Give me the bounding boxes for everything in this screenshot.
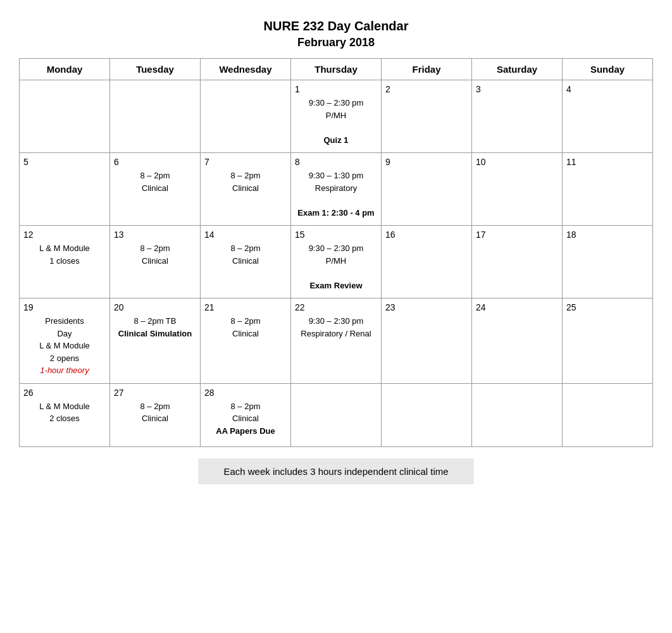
day-number: 22 [295,302,377,312]
cell-text: 8 – 2pm [114,400,196,413]
cell-text: Quiz 1 [295,134,377,147]
day-number: 15 [295,230,377,240]
day-header-thursday: Thursday [291,59,382,80]
calendar-table: MondayTuesdayWednesdayThursdayFridaySatu… [19,58,653,447]
day-number: 23 [385,302,468,312]
day-header-wednesday: Wednesday [201,59,291,80]
cell-text: Clinical [114,412,196,425]
calendar-cell [382,383,472,446]
cell-content: L & M Module2 closes [23,400,106,425]
calendar-cell: 148 – 2pmClinical [201,226,291,298]
calendar-cell [563,383,653,446]
cell-text: L & M Module [23,242,106,255]
calendar-cell: 12L & M Module1 closes [20,226,110,298]
cell-text: Clinical [204,255,287,267]
cell-content: 8 – 2pmClinicalAA Papers Due [204,400,287,438]
day-number: 28 [204,388,287,398]
cell-text: 2 opens [23,352,106,365]
day-number: 19 [23,302,106,312]
cell-content: 9:30 – 1:30 pmRespiratoryExam 1: 2:30 - … [295,169,377,219]
cell-text: 2 closes [23,412,106,425]
day-number: 6 [114,157,196,167]
footer-note: Each week includes 3 hours independent c… [19,458,653,484]
cell-text: P/MH [295,109,377,122]
page-container: NURE 232 Day Calendar February 2018 Mond… [0,0,672,497]
day-number: 4 [566,84,649,94]
calendar-cell: 17 [472,226,563,298]
calendar-cell: 3 [472,80,563,153]
calendar-cell [110,80,201,153]
cell-text: AA Papers Due [204,425,287,438]
cell-text: P/MH [295,255,377,267]
calendar-cell: 2 [382,80,472,153]
cell-content: 9:30 – 2:30 pmP/MHExam Review [295,242,377,292]
day-header-monday: Monday [20,59,110,80]
calendar-title: NURE 232 Day Calendar [19,19,653,34]
cell-text: Clinical [204,182,287,195]
cell-text: Exam 1: 2:30 - 4 pm [295,207,377,219]
cell-text: 8 – 2pm [204,169,287,182]
day-number: 20 [114,302,196,312]
cell-text: 1 closes [23,255,106,267]
cell-text: 9:30 – 2:30 pm [295,315,377,328]
cell-content: 8 – 2pm TBClinical Simulation [114,315,196,340]
day-number: 8 [295,157,377,167]
cell-text: 8 – 2pm [114,169,196,182]
calendar-cell: 4 [563,80,653,153]
day-number: 1 [295,84,377,94]
cell-content: 8 – 2pmClinical [204,242,287,267]
cell-text: 9:30 – 2:30 pm [295,97,377,109]
day-number: 26 [23,388,106,398]
cell-text: L & M Module [23,340,106,352]
cell-text: L & M Module [23,400,106,413]
cell-text: Clinical [114,255,196,267]
calendar-cell: 25 [563,298,653,384]
calendar-cell: 11 [563,153,653,226]
cell-text: 9:30 – 2:30 pm [295,242,377,255]
day-header-friday: Friday [382,59,472,80]
cell-text: 9:30 – 1:30 pm [295,169,377,182]
day-number: 18 [566,230,649,240]
day-number: 16 [385,230,468,240]
calendar-cell: 138 – 2pmClinical [110,226,201,298]
cell-text: Exam Review [295,280,377,292]
cell-content: L & M Module1 closes [23,242,106,267]
calendar-cell [291,383,382,446]
calendar-cell: 78 – 2pmClinical [201,153,291,226]
calendar-cell: 278 – 2pmClinical [110,383,201,446]
day-number: 2 [385,84,468,94]
cell-text: Respiratory [295,182,377,195]
calendar-cell: 288 – 2pmClinicalAA Papers Due [201,383,291,446]
cell-text: Respiratory / Renal [295,328,377,340]
cell-text: Clinical Simulation [114,328,196,340]
day-number: 12 [23,230,106,240]
calendar-cell [20,80,110,153]
cell-text: Clinical [204,412,287,425]
cell-text: 8 – 2pm [204,315,287,328]
cell-text: 8 – 2pm [204,242,287,255]
cell-text: Day [23,328,106,340]
calendar-cell: 18 [563,226,653,298]
day-number: 10 [476,157,558,167]
calendar-cell: 229:30 – 2:30 pmRespiratory / Renal [291,298,382,384]
week-row-2: 568 – 2pmClinical78 – 2pmClinical89:30 –… [20,153,653,226]
calendar-cell: 10 [472,153,563,226]
cell-content: 8 – 2pmClinical [114,400,196,425]
day-number: 11 [566,157,649,167]
week-row-3: 12L & M Module1 closes138 – 2pmClinical1… [20,226,653,298]
day-number: 21 [204,302,287,312]
calendar-cell: 159:30 – 2:30 pmP/MHExam Review [291,226,382,298]
calendar-cell: 5 [20,153,110,226]
calendar-cell: 24 [472,298,563,384]
day-number: 14 [204,230,287,240]
cell-text: Clinical [204,328,287,340]
week-row-4: 19PresidentsDayL & M Module2 opens1-hour… [20,298,653,384]
calendar-cell: 89:30 – 1:30 pmRespiratoryExam 1: 2:30 -… [291,153,382,226]
day-header-tuesday: Tuesday [110,59,201,80]
cell-text: 8 – 2pm [114,242,196,255]
calendar-cell: 19:30 – 2:30 pmP/MHQuiz 1 [291,80,382,153]
day-number: 9 [385,157,468,167]
day-number: 17 [476,230,558,240]
day-number: 27 [114,388,196,398]
calendar-cell: 218 – 2pmClinical [201,298,291,384]
